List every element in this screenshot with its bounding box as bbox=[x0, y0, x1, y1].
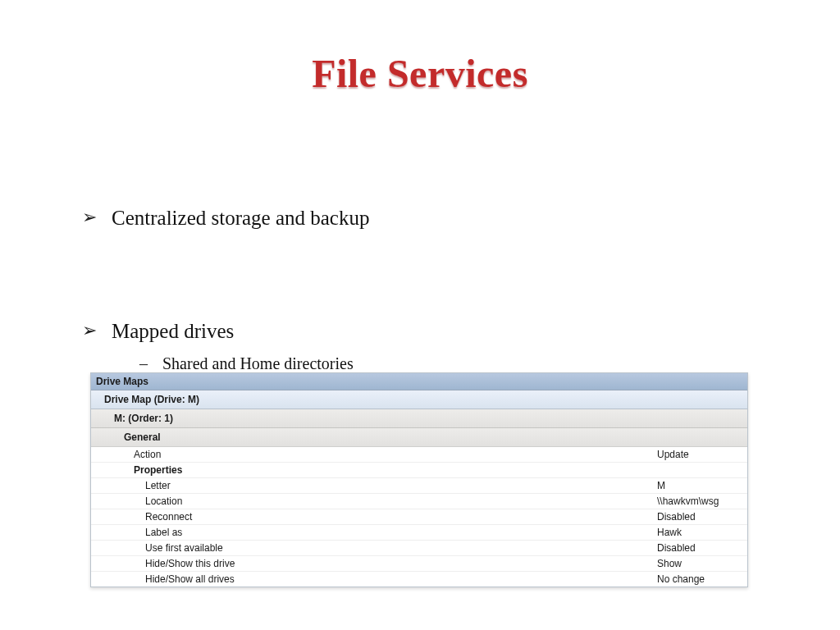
property-value bbox=[657, 464, 747, 476]
property-row: ActionUpdate bbox=[91, 447, 747, 463]
property-value: Show bbox=[657, 558, 747, 569]
property-row: Hide/Show this driveShow bbox=[91, 556, 747, 572]
property-row: Location\\hawkvm\wsg bbox=[91, 494, 747, 509]
property-key: Hide/Show all drives bbox=[91, 573, 657, 585]
chevron-right-icon: ➢ bbox=[82, 207, 112, 228]
unm-it-logo: UNM IT bbox=[751, 625, 822, 630]
panel-header: Drive Maps bbox=[91, 373, 747, 390]
bullet-text: Mapped drives bbox=[112, 320, 234, 343]
property-row: Hide/Show all drivesNo change bbox=[91, 572, 747, 587]
property-key: Hide/Show this drive bbox=[91, 558, 657, 569]
property-value: M bbox=[657, 480, 747, 491]
slide-title: File Services bbox=[0, 51, 840, 96]
bullet-sub-item: – Shared and Home directories bbox=[139, 354, 755, 373]
property-row: Label asHawk bbox=[91, 525, 747, 541]
property-key: Location bbox=[91, 495, 657, 507]
bullet-text: Centralized storage and backup bbox=[112, 207, 369, 230]
property-list: ActionUpdatePropertiesLetterMLocation\\h… bbox=[91, 447, 747, 587]
slide-root: File Services ➢ Centralized storage and … bbox=[0, 51, 840, 630]
property-row: LetterM bbox=[91, 478, 747, 494]
dash-icon: – bbox=[139, 354, 162, 373]
property-key: Letter bbox=[91, 480, 657, 491]
chevron-right-icon: ➢ bbox=[82, 320, 112, 341]
bullet-text: Shared and Home directories bbox=[162, 354, 354, 373]
bullet-item-1: ➢ Centralized storage and backup bbox=[82, 207, 755, 230]
logo-top-row: UNM bbox=[751, 625, 822, 630]
property-key: Label as bbox=[91, 527, 657, 538]
logo-unm-text: UNM bbox=[776, 625, 822, 630]
property-value: \\hawkvm\wsg bbox=[657, 495, 747, 507]
property-key: Action bbox=[91, 449, 657, 460]
property-value: Hawk bbox=[657, 527, 747, 538]
property-key: Reconnect bbox=[91, 511, 657, 523]
property-value: Update bbox=[657, 449, 747, 460]
panel-subheader-order: M: (Order: 1) bbox=[91, 409, 747, 428]
property-value: Disabled bbox=[657, 542, 747, 554]
property-row: Properties bbox=[91, 463, 747, 478]
bullet-item-2: ➢ Mapped drives bbox=[82, 320, 755, 343]
property-row: Use first availableDisabled bbox=[91, 541, 747, 556]
property-key: Properties bbox=[91, 464, 657, 476]
property-value: Disabled bbox=[657, 511, 747, 523]
property-row: ReconnectDisabled bbox=[91, 509, 747, 525]
panel-subheader-drive: Drive Map (Drive: M) bbox=[91, 390, 747, 409]
panel-section-general: General bbox=[91, 428, 747, 447]
drive-maps-panel: Drive Maps Drive Map (Drive: M) M: (Orde… bbox=[90, 372, 748, 587]
property-key: Use first available bbox=[91, 542, 657, 554]
bullet-list: ➢ Centralized storage and backup ➢ Mappe… bbox=[82, 207, 755, 373]
property-value: No change bbox=[657, 573, 747, 585]
